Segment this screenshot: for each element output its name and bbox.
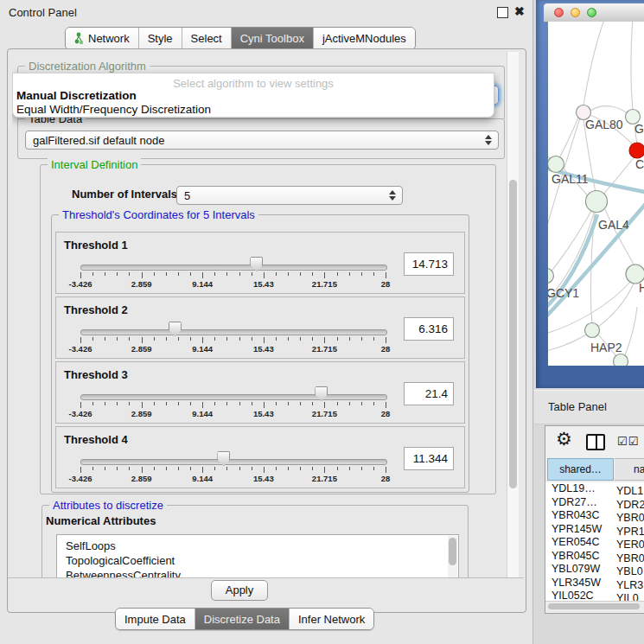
number-of-intervals-value: 5 — [184, 189, 190, 202]
table-panel-title: Table Panel — [548, 400, 607, 413]
popup-item-equal-width-frequency[interactable]: Equal Width/Frequency Discretization — [16, 103, 211, 116]
threshold-value-field[interactable]: 14.713 — [404, 252, 454, 276]
close-icon[interactable]: ✖ — [514, 7, 524, 16]
tab-label: jActiveMNodules — [322, 32, 406, 45]
tab-select[interactable]: Select — [182, 28, 232, 49]
apply-button[interactable]: Apply — [211, 580, 268, 601]
table-data-combo[interactable]: galFiltered.sif default node — [25, 131, 499, 150]
table-row[interactable]: YDR27…YDR2 — [545, 496, 644, 510]
split-columns-icon[interactable] — [586, 434, 605, 450]
tab-label: Cyni Toolbox — [240, 32, 304, 45]
bottom-tab-infer-network[interactable]: Infer Network — [290, 609, 373, 629]
cell-name: YER0 — [615, 539, 644, 551]
panel-vertical-scrollbar[interactable] — [507, 52, 519, 577]
threshold-panel: Threshold 2 -3.4262.8599.14415.4321.7152… — [55, 296, 465, 359]
node-label: GCY1 — [548, 286, 579, 300]
threshold-value-field[interactable]: 21.4 — [404, 382, 454, 405]
cell-shared-name: YBR043C — [545, 509, 615, 521]
attributes-group: Attributes to discretize Numerical Attri… — [41, 505, 469, 577]
table-row[interactable]: YBR043CYBR0 — [545, 509, 644, 523]
thresholds-group: Threshold's Coordinates for 5 Intervals … — [51, 214, 469, 493]
attribute-list-item[interactable]: TopologicalCoefficient — [57, 553, 458, 568]
table-row[interactable]: YDL19…YDL1 — [545, 482, 644, 496]
combo-arrows-icon — [389, 190, 396, 201]
scrollbar-thumb[interactable] — [449, 538, 456, 565]
cell-shared-name: YER054C — [545, 536, 615, 548]
network-view-window[interactable]: GAL80GACGAL11GAL4GCY1HHAP2 — [536, 0, 644, 388]
minimize-traffic-light-icon[interactable] — [571, 8, 580, 17]
network-nodes[interactable] — [548, 105, 644, 367]
table-row[interactable]: YER054CYER0 — [545, 536, 644, 550]
network-canvas[interactable]: GAL80GACGAL11GAL4GCY1HHAP2 — [548, 22, 644, 366]
slider-ticks — [80, 337, 386, 344]
slider-track[interactable] — [80, 329, 387, 335]
table-panel-titlebar: Table Panel — [534, 390, 644, 424]
slider-tick-labels: -3.4262.8599.14415.4321.71528 — [80, 409, 386, 419]
algorithm-group-title: Discretization Algorithm — [25, 60, 150, 73]
table-data-combo-value: galFiltered.sif default node — [33, 134, 164, 147]
popup-item-manual-discretization[interactable]: Manual Discretization — [16, 89, 137, 102]
table-row[interactable]: YIL052CYIL0 — [545, 590, 644, 601]
tab-style[interactable]: Style — [139, 28, 182, 49]
network-node[interactable] — [614, 354, 628, 367]
node-label: GA — [634, 122, 644, 136]
tab-cyni-toolbox[interactable]: Cyni Toolbox — [232, 28, 314, 49]
network-node-gcy1[interactable] — [548, 269, 554, 284]
tab-label: Select — [191, 32, 222, 45]
number-of-intervals-combo[interactable]: 5 — [176, 186, 403, 205]
scrollbar-thumb[interactable] — [509, 180, 517, 488]
algorithm-dropdown-popup: Select algorithm to view settings Manual… — [12, 73, 494, 118]
footer-separator — [8, 577, 524, 578]
table-row[interactable]: YPR145WYPR1 — [545, 523, 644, 537]
network-node-hap2[interactable] — [585, 323, 600, 338]
slider-tick-labels: -3.4262.8599.14415.4321.71528 — [80, 279, 386, 290]
attribute-list-item[interactable]: BetweennessCentrality — [57, 568, 458, 577]
gear-icon[interactable]: ⚙ — [556, 429, 572, 450]
threshold-panel: Threshold 1 -3.4262.8599.14415.4321.7152… — [55, 232, 465, 294]
table-body[interactable]: YDL19…YDL1YDR27…YDR2YBR043CYBR0YPR145WYP… — [545, 482, 644, 601]
interval-definition-title: Interval Definition — [48, 158, 141, 171]
table-row[interactable]: YBL079WYBL0 — [545, 563, 644, 577]
slider-track[interactable] — [80, 265, 387, 271]
tab-network[interactable]: Network — [66, 28, 139, 49]
table-horizontal-scrollbar[interactable] — [545, 601, 644, 612]
table-row[interactable]: YLR345WYLR3 — [545, 577, 644, 590]
control-panel: Control Panel ✖ NetworkStyleSelectCyni T… — [0, 0, 533, 644]
slider-track[interactable] — [80, 394, 387, 400]
slider-ticks — [80, 467, 386, 474]
bottom-tab-discretize-data[interactable]: Discretize Data — [195, 609, 290, 629]
bottom-tab-label: Infer Network — [298, 613, 365, 626]
network-node-gal11[interactable] — [548, 156, 564, 173]
zoom-traffic-light-icon[interactable] — [587, 8, 596, 17]
scrollbar-thumb[interactable] — [548, 603, 640, 609]
column-header-name[interactable]: na — [615, 458, 644, 481]
tab-jactivemnodules[interactable]: jActiveMNodules — [314, 28, 415, 49]
node-label: GAL4 — [598, 218, 629, 232]
numerical-attributes-list[interactable]: SelfLoopsTopologicalCoefficientBetweenne… — [56, 534, 459, 577]
float-window-icon[interactable] — [497, 7, 508, 18]
close-traffic-light-icon[interactable] — [554, 8, 564, 17]
network-node-c[interactable] — [629, 143, 644, 158]
control-panel-titlebar: Control Panel ✖ — [0, 0, 532, 24]
bottom-tab-label: Impute Data — [124, 613, 186, 626]
attribute-list-item[interactable]: SelfLoops — [57, 535, 458, 553]
algorithm-combo-prompt: Select algorithm to view settings — [13, 77, 494, 90]
network-window-titlebar[interactable] — [544, 3, 644, 22]
interval-definition-group: Interval Definition Number of Intervals … — [40, 164, 496, 494]
tab-label: Network — [88, 32, 130, 45]
column-header-shared[interactable]: shared… — [547, 458, 614, 481]
threshold-value-field[interactable]: 6.316 — [404, 317, 454, 341]
network-node-gal4[interactable] — [586, 191, 608, 213]
threshold-value-field[interactable]: 11.344 — [404, 447, 454, 470]
bottom-tab-impute-data[interactable]: Impute Data — [116, 609, 195, 629]
number-of-intervals-label: Number of Intervals — [72, 188, 177, 201]
checkbox-icons[interactable]: ☑☑ — [617, 435, 639, 448]
slider-track[interactable] — [80, 459, 387, 465]
slider-ticks — [80, 272, 386, 279]
discretize-scroll-area: Discretization Algorithm Select algorith… — [12, 52, 505, 577]
table-row[interactable]: YBR045CYBR0 — [545, 550, 644, 564]
node-label: GAL80 — [585, 118, 623, 131]
bottom-tab-label: Discretize Data — [204, 613, 280, 626]
control-panel-tab-bar: NetworkStyleSelectCyni ToolboxjActiveMNo… — [65, 27, 416, 50]
attributes-scrollbar[interactable] — [448, 536, 457, 577]
